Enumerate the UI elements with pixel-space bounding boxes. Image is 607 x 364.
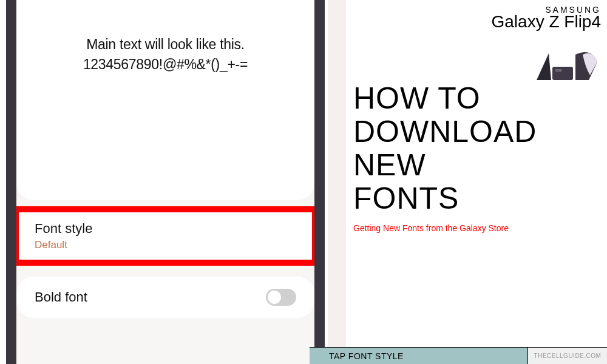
font-style-row[interactable]: Font style Default [13, 206, 318, 266]
font-style-value: Default [35, 239, 92, 251]
device-art-icon [533, 46, 600, 84]
bold-font-toggle[interactable] [266, 289, 296, 306]
title-l3: NEW [353, 149, 537, 182]
page-title: HOW TO DOWNLOAD NEW FONTS [353, 82, 537, 215]
source-credit: THECELLGUIDE.COM [528, 347, 607, 364]
subtitle: Getting New Fonts from the Galaxy Store [353, 223, 509, 233]
font-style-label: Font style [35, 221, 92, 237]
font-preview: Main text will look like this. 123456789… [16, 0, 314, 200]
phone-screen: Main text will look like this. 123456789… [6, 0, 325, 364]
title-l1: HOW TO [353, 82, 537, 115]
brand-product: Galaxy Z Flip4 [492, 12, 602, 32]
svg-rect-1 [552, 67, 573, 80]
step-caption: TAP FONT STYLE [310, 347, 528, 364]
title-l2: DOWNLOAD [353, 115, 537, 149]
bold-font-label: Bold font [35, 289, 87, 305]
title-l4: FONTS [353, 182, 537, 215]
bold-font-row[interactable]: Bold font [16, 277, 314, 318]
svg-rect-2 [555, 69, 562, 72]
preview-line2: 1234567890!@#%&*()_+-= [29, 56, 302, 73]
divider-band [328, 0, 346, 364]
svg-marker-0 [537, 53, 551, 80]
brand-block: SAMSUNG Galaxy Z Flip4 [492, 5, 602, 32]
preview-line1: Main text will look like this. [29, 36, 302, 53]
